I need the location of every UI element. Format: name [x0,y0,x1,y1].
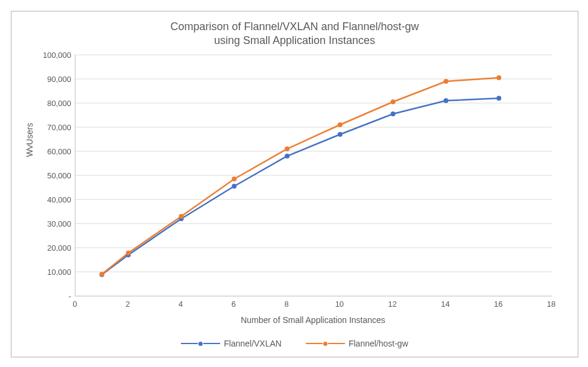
y-tick-label: 50,000 [35,171,71,180]
svg-point-14 [232,184,236,189]
svg-point-22 [179,214,184,219]
legend-line-icon [328,343,345,344]
y-tick-label: 100,000 [35,51,71,60]
chart-title: Comparison of Flannel/VXLAN and Flannel/… [11,20,578,48]
y-tick-label: 90,000 [35,75,71,84]
y-axis-label: WvUsers [25,123,34,157]
svg-point-18 [443,98,448,103]
svg-point-27 [443,79,448,84]
x-tick-label: 16 [494,300,502,309]
legend-dot-icon [323,342,327,346]
x-tick-label: 10 [335,300,344,309]
x-tick-label: 18 [547,300,555,309]
x-axis-label: Number of Small Application Instances [75,315,551,325]
svg-point-26 [391,99,396,104]
chart-frame: Comparison of Flannel/VXLAN and Flannel/… [11,11,578,357]
y-tick-label: 80,000 [35,99,71,108]
svg-point-28 [496,75,501,80]
y-tick-label: 20,000 [35,243,71,253]
x-tick-label: 4 [179,300,183,309]
legend-line-icon [203,343,220,344]
y-tick-label: - [35,292,71,301]
svg-point-24 [285,146,289,151]
y-tick-label: 10,000 [35,268,71,277]
svg-point-19 [496,96,501,101]
legend-item-hostgw: Flannel/host-gw [306,339,408,348]
legend-label: Flannel/host-gw [349,339,408,348]
legend-dot-icon [198,342,203,346]
y-tick-label: 30,000 [35,219,71,228]
x-tick-label: 12 [388,300,396,309]
legend-line-icon [181,343,198,344]
legend-label: Flannel/VXLAN [224,339,282,348]
svg-point-15 [285,154,289,158]
x-tick-label: 0 [72,300,77,309]
x-tick-label: 2 [125,300,130,309]
y-tick-label: 40,000 [35,195,71,204]
svg-point-20 [100,272,104,277]
x-tick-label: 8 [284,300,288,309]
svg-point-23 [232,177,236,181]
legend-line-icon [306,343,323,344]
y-tick-label: 60,000 [35,147,71,156]
legend: Flannel/VXLAN Flannel/host-gw [11,339,578,348]
legend-item-vxlan: Flannel/VXLAN [181,339,282,348]
data-series [75,55,552,296]
plot-area [75,55,552,296]
svg-point-21 [126,251,131,256]
svg-point-25 [338,122,343,127]
svg-point-17 [391,111,396,116]
x-tick-label: 14 [441,300,449,309]
svg-point-16 [338,132,343,137]
y-tick-label: 70,000 [35,123,71,132]
chart-title-text: Comparison of Flannel/VXLAN and Flannel/… [170,20,419,46]
x-tick-label: 6 [232,300,236,309]
